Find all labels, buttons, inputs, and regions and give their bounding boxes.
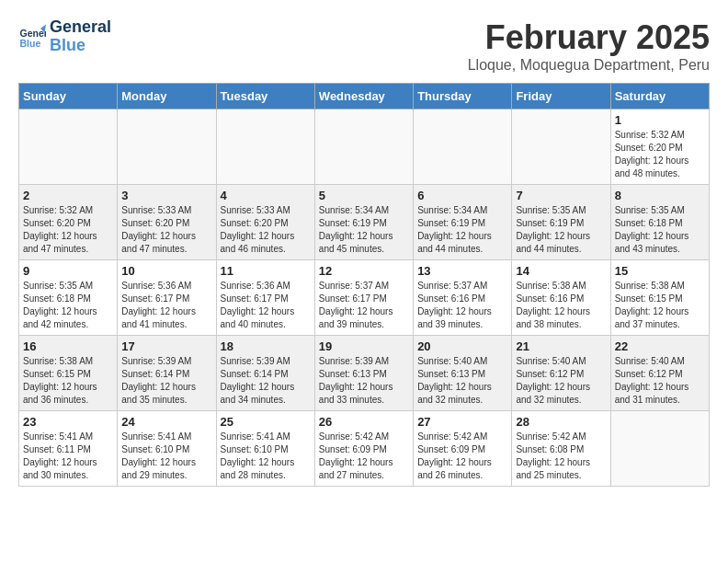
calendar-day-cell: 27Sunrise: 5:42 AMSunset: 6:09 PMDayligh… — [414, 411, 512, 487]
day-number: 20 — [417, 339, 507, 353]
day-info: Sunrise: 5:37 AMSunset: 6:17 PMDaylight:… — [319, 280, 409, 331]
day-info: Sunrise: 5:37 AMSunset: 6:16 PMDaylight:… — [417, 280, 507, 331]
day-info: Sunrise: 5:41 AMSunset: 6:10 PMDaylight:… — [121, 431, 211, 482]
calendar-day-cell: 22Sunrise: 5:40 AMSunset: 6:12 PMDayligh… — [610, 336, 709, 411]
day-number: 8 — [615, 189, 705, 202]
day-info: Sunrise: 5:38 AMSunset: 6:15 PMDaylight:… — [23, 355, 113, 407]
day-number: 6 — [417, 189, 507, 202]
day-number: 27 — [417, 415, 507, 429]
day-info: Sunrise: 5:33 AMSunset: 6:20 PMDaylight:… — [221, 204, 311, 256]
day-number: 22 — [615, 339, 705, 353]
calendar-subtitle: Lloque, Moquegua Department, Peru — [468, 57, 710, 74]
day-number: 3 — [121, 189, 211, 202]
day-info: Sunrise: 5:40 AMSunset: 6:13 PMDaylight:… — [417, 355, 507, 407]
calendar-day-cell: 18Sunrise: 5:39 AMSunset: 6:14 PMDayligh… — [216, 336, 314, 411]
calendar-day-cell: 16Sunrise: 5:38 AMSunset: 6:15 PMDayligh… — [19, 336, 118, 411]
logo-blue: Blue — [50, 37, 111, 55]
calendar-day-cell: 9Sunrise: 5:35 AMSunset: 6:18 PMDaylight… — [19, 260, 118, 336]
day-info: Sunrise: 5:35 AMSunset: 6:19 PMDaylight:… — [516, 204, 606, 256]
day-number: 17 — [121, 339, 211, 353]
weekday-header-saturday: Saturday — [610, 84, 709, 109]
calendar-table: SundayMondayTuesdayWednesdayThursdayFrid… — [18, 83, 710, 487]
day-number: 1 — [615, 113, 705, 127]
day-info: Sunrise: 5:32 AMSunset: 6:20 PMDaylight:… — [615, 129, 705, 180]
calendar-day-cell: 6Sunrise: 5:34 AMSunset: 6:19 PMDaylight… — [414, 185, 512, 260]
day-info: Sunrise: 5:42 AMSunset: 6:09 PMDaylight:… — [417, 431, 507, 482]
day-number: 13 — [417, 264, 507, 278]
weekday-header-friday: Friday — [512, 84, 610, 109]
calendar-day-cell — [610, 411, 709, 487]
calendar-day-cell: 13Sunrise: 5:37 AMSunset: 6:16 PMDayligh… — [414, 260, 512, 336]
day-info: Sunrise: 5:34 AMSunset: 6:19 PMDaylight:… — [319, 204, 409, 256]
calendar-day-cell: 25Sunrise: 5:41 AMSunset: 6:10 PMDayligh… — [216, 411, 314, 487]
calendar-title: February 2025 — [468, 18, 710, 57]
logo-icon: General Blue — [18, 23, 46, 51]
calendar-day-cell: 10Sunrise: 5:36 AMSunset: 6:17 PMDayligh… — [118, 260, 216, 336]
day-number: 24 — [121, 415, 211, 429]
calendar-day-cell: 15Sunrise: 5:38 AMSunset: 6:15 PMDayligh… — [610, 260, 709, 336]
day-info: Sunrise: 5:42 AMSunset: 6:09 PMDaylight:… — [319, 431, 409, 482]
svg-text:Blue: Blue — [20, 37, 41, 48]
day-number: 19 — [319, 339, 409, 353]
day-info: Sunrise: 5:32 AMSunset: 6:20 PMDaylight:… — [23, 204, 113, 256]
weekday-header-wednesday: Wednesday — [314, 84, 413, 109]
calendar-week-row: 2Sunrise: 5:32 AMSunset: 6:20 PMDaylight… — [19, 185, 710, 260]
day-info: Sunrise: 5:39 AMSunset: 6:13 PMDaylight:… — [319, 355, 409, 407]
calendar-day-cell: 11Sunrise: 5:36 AMSunset: 6:17 PMDayligh… — [216, 260, 314, 336]
day-number: 2 — [23, 189, 113, 202]
weekday-header-monday: Monday — [118, 84, 216, 109]
day-info: Sunrise: 5:39 AMSunset: 6:14 PMDaylight:… — [221, 355, 311, 407]
calendar-day-cell: 28Sunrise: 5:42 AMSunset: 6:08 PMDayligh… — [512, 411, 610, 487]
calendar-day-cell — [19, 109, 118, 185]
calendar-day-cell — [216, 109, 314, 185]
day-number: 26 — [319, 415, 409, 429]
logo-general: General — [50, 18, 111, 37]
weekday-header-thursday: Thursday — [414, 84, 512, 109]
calendar-week-row: 9Sunrise: 5:35 AMSunset: 6:18 PMDaylight… — [19, 260, 710, 336]
day-info: Sunrise: 5:39 AMSunset: 6:14 PMDaylight:… — [121, 355, 211, 407]
day-number: 4 — [221, 189, 311, 202]
day-number: 28 — [516, 415, 606, 429]
day-number: 9 — [23, 264, 113, 278]
calendar-day-cell — [414, 109, 512, 185]
day-number: 21 — [516, 339, 606, 353]
day-info: Sunrise: 5:38 AMSunset: 6:15 PMDaylight:… — [615, 280, 705, 331]
calendar-day-cell — [118, 109, 216, 185]
calendar-week-row: 16Sunrise: 5:38 AMSunset: 6:15 PMDayligh… — [19, 336, 710, 411]
calendar-day-cell: 20Sunrise: 5:40 AMSunset: 6:13 PMDayligh… — [414, 336, 512, 411]
day-number: 7 — [516, 189, 606, 202]
day-number: 23 — [23, 415, 113, 429]
calendar-day-cell — [314, 109, 413, 185]
calendar-day-cell — [512, 109, 610, 185]
calendar-week-row: 1Sunrise: 5:32 AMSunset: 6:20 PMDaylight… — [19, 109, 710, 185]
calendar-week-row: 23Sunrise: 5:41 AMSunset: 6:11 PMDayligh… — [19, 411, 710, 487]
calendar-header-row: SundayMondayTuesdayWednesdayThursdayFrid… — [19, 84, 710, 109]
day-info: Sunrise: 5:33 AMSunset: 6:20 PMDaylight:… — [121, 204, 211, 256]
calendar-day-cell: 7Sunrise: 5:35 AMSunset: 6:19 PMDaylight… — [512, 185, 610, 260]
weekday-header-tuesday: Tuesday — [216, 84, 314, 109]
day-info: Sunrise: 5:35 AMSunset: 6:18 PMDaylight:… — [23, 280, 113, 331]
day-info: Sunrise: 5:41 AMSunset: 6:11 PMDaylight:… — [23, 431, 113, 482]
calendar-day-cell: 8Sunrise: 5:35 AMSunset: 6:18 PMDaylight… — [610, 185, 709, 260]
calendar-day-cell: 17Sunrise: 5:39 AMSunset: 6:14 PMDayligh… — [118, 336, 216, 411]
calendar-day-cell: 3Sunrise: 5:33 AMSunset: 6:20 PMDaylight… — [118, 185, 216, 260]
calendar-day-cell: 21Sunrise: 5:40 AMSunset: 6:12 PMDayligh… — [512, 336, 610, 411]
calendar-day-cell: 2Sunrise: 5:32 AMSunset: 6:20 PMDaylight… — [19, 185, 118, 260]
calendar-day-cell: 19Sunrise: 5:39 AMSunset: 6:13 PMDayligh… — [314, 336, 413, 411]
day-info: Sunrise: 5:41 AMSunset: 6:10 PMDaylight:… — [221, 431, 311, 482]
day-info: Sunrise: 5:40 AMSunset: 6:12 PMDaylight:… — [615, 355, 705, 407]
title-section: February 2025 Lloque, Moquegua Departmen… — [468, 18, 710, 74]
day-number: 12 — [319, 264, 409, 278]
calendar-day-cell: 23Sunrise: 5:41 AMSunset: 6:11 PMDayligh… — [19, 411, 118, 487]
day-number: 14 — [516, 264, 606, 278]
weekday-header-sunday: Sunday — [19, 84, 118, 109]
day-info: Sunrise: 5:40 AMSunset: 6:12 PMDaylight:… — [516, 355, 606, 407]
logo: General Blue General Blue — [18, 18, 111, 55]
day-info: Sunrise: 5:35 AMSunset: 6:18 PMDaylight:… — [615, 204, 705, 256]
day-number: 16 — [23, 339, 113, 353]
calendar-day-cell: 12Sunrise: 5:37 AMSunset: 6:17 PMDayligh… — [314, 260, 413, 336]
calendar-day-cell: 24Sunrise: 5:41 AMSunset: 6:10 PMDayligh… — [118, 411, 216, 487]
day-number: 11 — [221, 264, 311, 278]
calendar-day-cell: 26Sunrise: 5:42 AMSunset: 6:09 PMDayligh… — [314, 411, 413, 487]
day-info: Sunrise: 5:36 AMSunset: 6:17 PMDaylight:… — [221, 280, 311, 331]
